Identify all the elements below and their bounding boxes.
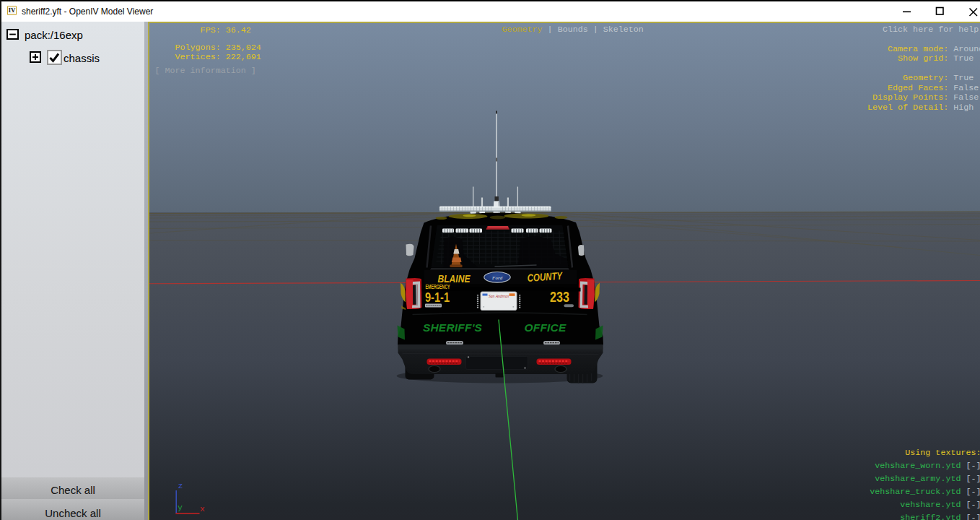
- svg-text:Ford: Ford: [492, 275, 503, 281]
- svg-text:y: y: [178, 503, 183, 512]
- svg-text:EMERGENCY: EMERGENCY: [426, 282, 450, 290]
- svg-text:233: 233: [550, 289, 569, 305]
- svg-text:San Andreas: San Andreas: [489, 294, 509, 298]
- svg-text:9-1-1: 9-1-1: [425, 290, 450, 305]
- svg-text:OFFICE: OFFICE: [524, 321, 566, 334]
- svg-text:SHERIFF'S: SHERIFF'S: [423, 321, 483, 334]
- svg-text:x: x: [200, 504, 205, 514]
- svg-text:z: z: [178, 481, 183, 490]
